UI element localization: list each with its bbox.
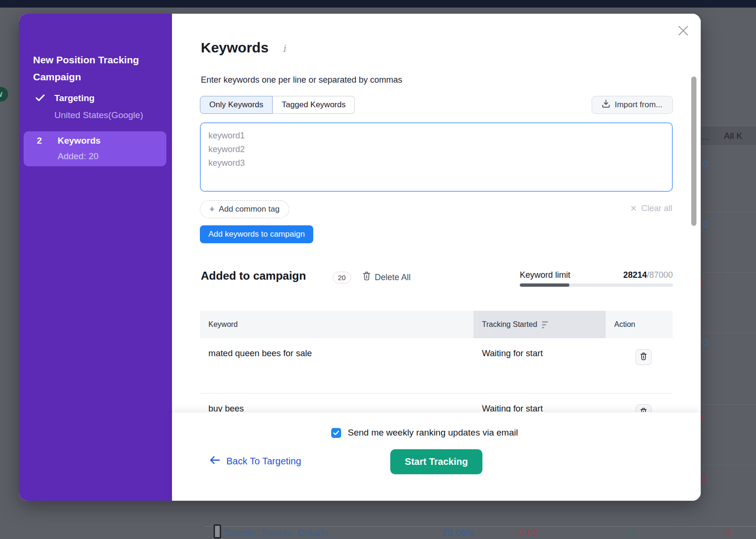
column-header-keyword-label: Keyword <box>208 320 238 329</box>
background-table-header: ... All K <box>701 126 756 146</box>
wizard-step-targeting-detail: United States(Google) <box>54 110 143 120</box>
table-row: mated queen bees for sale Waiting for st… <box>200 338 673 394</box>
new-badge: New <box>0 87 8 102</box>
wizard-step-keywords-label: Keywords <box>58 136 101 146</box>
wizard-step-number: 2 <box>37 136 42 146</box>
added-to-campaign-title: Added to campaign <box>201 269 306 282</box>
email-updates-checkbox[interactable] <box>331 428 341 438</box>
trash-icon <box>640 352 647 362</box>
tab-only-keywords[interactable]: Only Keywords <box>200 96 273 114</box>
email-updates-option: Send me weekly ranking updates via email <box>331 428 518 438</box>
import-from-label: Import from... <box>615 100 662 110</box>
column-header-action: Action <box>606 311 673 338</box>
new-campaign-modal: New Position Tracking Campaign Targeting… <box>19 14 701 501</box>
delete-keyword-button[interactable] <box>636 349 652 365</box>
modal-scrollbar[interactable] <box>691 77 696 226</box>
add-common-tag-button[interactable]: + Add common tag <box>200 200 289 218</box>
background-row-divider <box>701 212 756 212</box>
background-cell: 0 <box>703 337 708 348</box>
add-common-tag-label: Add common tag <box>219 205 280 214</box>
close-icon <box>677 32 690 39</box>
column-header-action-label: Action <box>614 320 635 329</box>
keyword-limit-total: /87000 <box>647 270 673 280</box>
keywords-panel: Keywords i Enter keywords one per line o… <box>172 14 701 501</box>
keyword-limit-label: Keyword limit <box>520 270 570 280</box>
download-icon <box>602 100 610 110</box>
keyword-cell: mated queen bees for sale <box>200 338 473 359</box>
email-updates-label: Send me weekly ranking updates via email <box>348 428 518 438</box>
sort-descending-icon <box>542 321 548 328</box>
background-rank-down-value: ↓3 <box>721 528 731 539</box>
mobile-device-icon <box>214 524 221 539</box>
trash-icon <box>363 272 370 283</box>
background-cell: 0 <box>703 219 708 230</box>
clear-all-button[interactable]: ✕ Clear all <box>630 204 672 214</box>
background-row-divider <box>701 465 756 465</box>
screen: New ... All K 0 0 ↓3 0 ↓4 ↓10 Toronto, T… <box>0 0 756 539</box>
start-tracking-button[interactable]: Start Tracking <box>390 449 482 474</box>
background-cell: 0 <box>703 159 708 170</box>
keyword-limit-used: 28214 <box>623 270 647 280</box>
column-header-tracking-label: Tracking Started <box>482 320 537 329</box>
info-icon[interactable]: i <box>283 43 286 54</box>
page-title: Keywords <box>201 40 268 56</box>
plus-icon: + <box>209 204 215 214</box>
wizard-step-keywords-detail: Added: 20 <box>58 151 99 162</box>
add-keywords-button[interactable]: Add keywords to campaign <box>200 225 313 243</box>
import-from-button[interactable]: Import from... <box>592 96 673 114</box>
background-row-divider <box>701 272 756 273</box>
delete-all-label: Delete All <box>375 273 411 282</box>
wizard-step-targeting[interactable]: Targeting <box>54 93 94 103</box>
keywords-instructions: Enter keywords one per line or separated… <box>201 75 402 85</box>
status-cell: Waiting for start <box>473 394 606 414</box>
background-delta-value: -0.02 <box>516 528 538 539</box>
check-icon <box>35 93 45 103</box>
clear-icon: ✕ <box>630 204 637 214</box>
background-visibility-value: 20.06% <box>442 528 474 539</box>
keywords-mode-tabs: Only Keywords Tagged Keywords <box>200 96 355 114</box>
background-row-divider <box>701 333 756 333</box>
added-count-badge: 20 <box>333 272 351 283</box>
keyword-cell: buy bees <box>200 394 473 414</box>
background-location-link: Toronto, Toronto, Ontario, <box>224 528 331 539</box>
keyword-limit-progress-fill <box>520 283 569 287</box>
back-to-targeting-link[interactable]: Back To Targeting <box>209 456 301 467</box>
top-navigation-bar <box>0 0 756 8</box>
keyword-limit-value: 28214/87000 <box>623 270 673 280</box>
clear-all-label: Clear all <box>641 204 672 214</box>
close-button[interactable] <box>676 24 690 38</box>
background-row-divider <box>204 526 756 527</box>
tab-tagged-keywords[interactable]: Tagged Keywords <box>273 96 355 114</box>
background-column-all-keywords: All K <box>724 131 742 141</box>
arrow-left-icon <box>209 456 220 467</box>
action-cell <box>606 338 673 365</box>
wizard-sidebar: New Position Tracking Campaign Targeting… <box>19 14 172 501</box>
delete-all-button[interactable]: Delete All <box>363 272 411 283</box>
background-rank-up-value: ↑1 <box>625 528 635 539</box>
column-header-keyword[interactable]: Keyword <box>200 311 473 338</box>
background-column-ellipsis: ... <box>702 132 710 142</box>
modal-footer: Send me weekly ranking updates via email… <box>172 412 701 501</box>
table-header-row: Keyword Tracking Started Action <box>200 311 673 338</box>
background-row-divider <box>701 404 756 405</box>
column-header-tracking-started[interactable]: Tracking Started <box>473 311 606 338</box>
wizard-step-keywords[interactable]: 2 Keywords Added: 20 <box>24 131 166 166</box>
wizard-title: New Position Tracking Campaign <box>33 51 161 86</box>
status-cell: Waiting for start <box>473 338 606 359</box>
keywords-input[interactable] <box>200 122 673 192</box>
keyword-limit-progressbar <box>520 283 673 287</box>
back-to-targeting-label: Back To Targeting <box>226 456 301 467</box>
